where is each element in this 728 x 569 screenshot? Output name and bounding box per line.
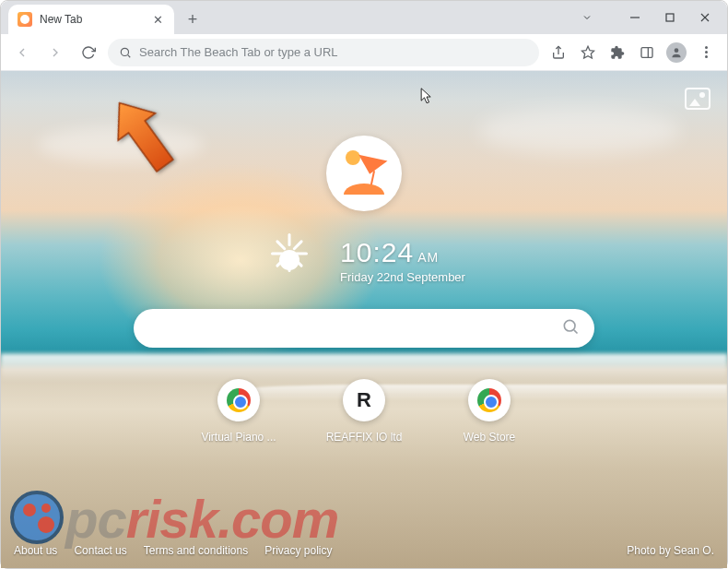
mouse-cursor-icon [420,88,433,110]
search-icon [119,46,132,59]
svg-point-11 [564,320,575,331]
browser-tab[interactable]: New Tab ✕ [8,5,174,34]
chrome-icon [227,388,251,412]
svg-line-12 [574,330,578,334]
minimize-button[interactable] [618,5,652,30]
profile-button[interactable] [663,39,690,66]
shortcut-virtual-piano[interactable]: Virtual Piano ... [197,379,280,444]
footer-link-terms[interactable]: Terms and conditions [144,544,248,557]
back-button[interactable] [8,39,36,66]
svg-line-5 [128,54,131,57]
page-search-input[interactable] [148,321,561,337]
watermark-text: pcrisk.com [65,488,727,550]
close-window-button[interactable] [688,5,722,30]
svg-rect-8 [641,47,652,57]
forward-button[interactable] [41,39,69,66]
tab-search-button[interactable] [570,5,604,30]
address-bar[interactable] [108,39,539,66]
clock-widget: 10:24AM Friday 22nd September [263,233,465,287]
footer-link-contact[interactable]: Contact us [74,544,126,557]
watermark-badge-icon [10,491,64,544]
svg-point-4 [121,48,128,55]
reload-button[interactable] [75,39,102,66]
tab-favicon [18,12,32,27]
shortcuts-row: Virtual Piano ... R REAFFIX IO ltd Web S… [197,379,531,444]
close-tab-button[interactable]: ✕ [150,12,165,27]
customize-wallpaper-button[interactable] [685,88,710,110]
svg-rect-1 [666,14,674,21]
new-tab-page: 10:24AM Friday 22nd September Virtual Pi… [1,71,727,568]
clock-time: 10:24AM [340,237,465,268]
sidepanel-button[interactable] [633,39,661,66]
extensions-button[interactable] [604,39,631,66]
beach-icon [336,150,392,196]
browser-window: New Tab ✕ + [0,0,728,569]
footer-links: About us Contact us Terms and conditions… [14,544,333,557]
search-icon[interactable] [561,317,580,339]
svg-marker-7 [581,46,593,58]
kebab-icon [705,46,708,58]
svg-point-10 [675,48,679,53]
new-tab-button[interactable]: + [180,6,205,32]
shortcut-label: Virtual Piano ... [201,431,276,444]
tab-title: New Tab [40,13,143,26]
omnibox-input[interactable] [139,45,528,59]
shortcut-label: Web Store [464,431,515,444]
footer-link-about[interactable]: About us [14,544,57,557]
shortcut-reaffix[interactable]: R REAFFIX IO ltd [323,379,405,444]
window-controls [570,1,722,34]
extension-logo [326,136,402,211]
chrome-icon [477,388,501,412]
bookmark-button[interactable] [574,39,602,66]
page-search-bar[interactable] [134,309,594,348]
footer-link-privacy[interactable]: Privacy policy [264,544,332,557]
clock-date: Friday 22nd September [340,270,465,284]
photo-credit: Photo by Sean O. [627,544,714,557]
menu-button[interactable] [692,39,720,66]
maximize-button[interactable] [653,5,687,30]
shortcut-label: REAFFIX IO ltd [326,431,403,444]
shortcut-web-store[interactable]: Web Store [448,379,531,444]
avatar-icon [666,42,687,63]
letter-icon: R [357,388,371,412]
toolbar [1,34,727,71]
weather-sunny-icon [263,233,316,287]
titlebar: New Tab ✕ + [1,1,727,34]
share-button[interactable] [545,39,572,66]
